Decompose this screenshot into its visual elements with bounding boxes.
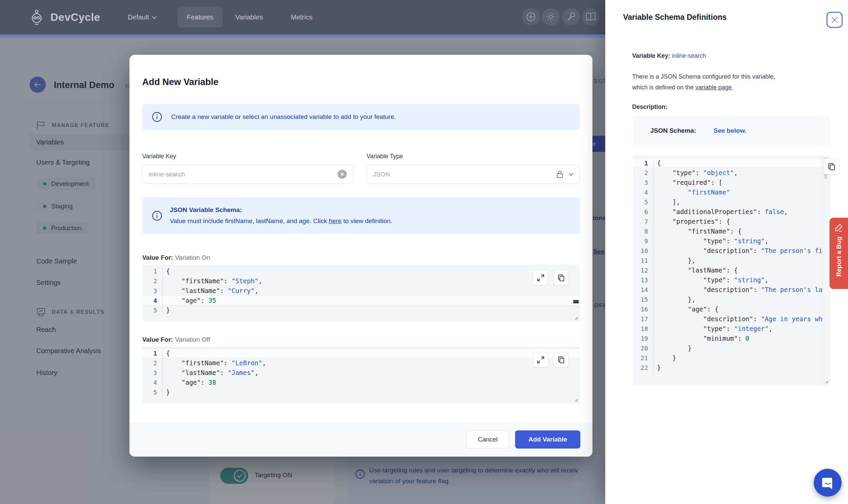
code-line: 1{ xyxy=(633,158,831,168)
schema-banner-body: Value must include firstName, lastName, … xyxy=(170,215,580,227)
code-line: 16 "age": { xyxy=(633,304,831,314)
variable-type-label: Variable Type xyxy=(366,153,403,160)
code-line: 4 "age": 38 xyxy=(142,378,580,388)
report-bug-label: Report a Bug xyxy=(835,236,843,276)
code-line: 6 "additionalProperties": false, xyxy=(633,207,831,217)
pencil-icon xyxy=(834,223,843,232)
resize-handle-icon[interactable] xyxy=(574,316,578,320)
chevron-down-icon xyxy=(568,173,574,176)
code-line: 12 "lastName": { xyxy=(633,266,831,275)
project-selector[interactable]: Default xyxy=(128,0,157,35)
code-line: 2 "firstName": "Steph", xyxy=(142,276,580,286)
code-line: 4 "firstName" xyxy=(633,187,831,197)
cancel-button[interactable]: Cancel xyxy=(466,430,509,449)
devcycle-robot-icon xyxy=(30,9,45,25)
code-line: 2 "type": "object", xyxy=(633,168,831,178)
plus-circle-icon xyxy=(526,12,536,22)
see-below-link[interactable]: See below. xyxy=(713,127,746,134)
schema-banner-title: JSON Variable Schema: xyxy=(170,204,580,215)
code-line: 8 "firstName": { xyxy=(633,227,831,236)
variable-schema-definitions-panel: Variable Schema Definitions Variable Key… xyxy=(605,0,848,504)
api-keys-button[interactable] xyxy=(562,8,580,25)
json-schema-row: JSON Schema: See below. xyxy=(633,116,830,145)
gear-icon xyxy=(546,12,556,22)
devcycle-logo[interactable]: DevCycle xyxy=(30,9,100,25)
panel-title: Variable Schema Definitions xyxy=(623,13,727,22)
lock-icon xyxy=(556,170,564,179)
schema-scrollbar-track[interactable] xyxy=(822,156,823,385)
variation-off-editor[interactable]: 1{2 "firstName": "LeBron",3 "lastName": … xyxy=(142,346,580,403)
chevron-down-icon xyxy=(152,16,157,19)
copy-icon[interactable] xyxy=(553,352,569,367)
code-line: 2 "firstName": "LeBron", xyxy=(142,358,580,368)
key-icon xyxy=(566,12,576,22)
code-line: 18 "type": "integer", xyxy=(633,324,831,334)
copy-icon[interactable] xyxy=(824,159,839,174)
chat-widget-button[interactable] xyxy=(814,469,842,497)
panel-paragraph: There is a JSON Schema configured for th… xyxy=(632,71,820,93)
code-line: 11 }, xyxy=(633,256,831,266)
add-new-variable-modal: Add New Variable Create a new variable o… xyxy=(129,55,592,457)
clear-input-icon[interactable]: ✕ xyxy=(338,170,347,179)
code-line: 14 "description": "The person's la xyxy=(633,285,831,295)
report-a-bug-tab[interactable]: Report a Bug xyxy=(830,218,848,289)
code-line: 4 "age": 35 xyxy=(142,296,580,305)
variable-page-link[interactable]: variable page xyxy=(695,84,732,91)
code-line: 19 "minimum": 0 xyxy=(633,334,831,343)
code-line: 5 ], xyxy=(633,197,831,207)
code-line: 3 "required": [ xyxy=(633,178,831,187)
panel-variable-key: Variable Key: inline-search xyxy=(632,52,706,59)
tab-variables[interactable]: Variables xyxy=(236,0,263,35)
info-circle-icon xyxy=(152,210,162,221)
modal-footer: Cancel Add Variable xyxy=(129,422,592,457)
resize-handle-icon[interactable] xyxy=(574,398,578,402)
code-line: 17 "description": "Age in years wh xyxy=(633,314,831,324)
code-line: 5} xyxy=(142,388,580,397)
code-line: 3 "lastName": "Curry", xyxy=(142,286,580,296)
code-line: 20 } xyxy=(633,343,831,353)
json-schema-label: JSON Schema: xyxy=(650,127,696,134)
modal-title: Add New Variable xyxy=(142,77,219,87)
code-line: 10 "description": "The person's fi xyxy=(633,246,831,256)
book-icon xyxy=(585,12,596,21)
tab-metrics[interactable]: Metrics xyxy=(291,0,312,35)
code-line: 21 } xyxy=(633,353,831,363)
copy-icon[interactable] xyxy=(553,270,569,285)
docs-button[interactable] xyxy=(582,8,600,25)
close-icon xyxy=(831,16,838,23)
code-line: 7 "properties": { xyxy=(633,217,831,227)
settings-button[interactable] xyxy=(542,8,559,25)
brand-name: DevCycle xyxy=(50,11,100,23)
tab-features[interactable]: Features xyxy=(177,7,223,28)
code-line: 9 "type": "string", xyxy=(633,236,831,246)
here-link[interactable]: here xyxy=(329,217,342,224)
close-panel-button[interactable] xyxy=(827,12,843,28)
code-line: 1{ xyxy=(142,348,580,358)
add-variable-button[interactable]: Add Variable xyxy=(515,430,581,449)
expand-editor-button[interactable] xyxy=(533,352,548,367)
value-for-variation-on-label: Value For:Variation On xyxy=(142,254,210,262)
expand-editor-button[interactable] xyxy=(533,270,548,285)
code-line: 1{ xyxy=(142,267,580,276)
code-line: 22} xyxy=(633,363,831,373)
resize-handle-icon[interactable] xyxy=(825,380,829,384)
code-line: 15 }, xyxy=(633,295,831,304)
value-for-variation-off-label: Value For:Variation Off xyxy=(142,336,210,343)
variation-on-editor[interactable]: 1{2 "firstName": "Steph",3 "lastName": "… xyxy=(142,265,580,322)
create-button[interactable] xyxy=(522,8,540,25)
code-line: 5} xyxy=(142,305,580,315)
variable-key-label: Variable Key xyxy=(142,153,176,160)
variable-key-input[interactable]: inline-search ✕ xyxy=(142,165,353,184)
code-line: 3 "lastName": "James", xyxy=(142,368,580,378)
chat-bubble-icon xyxy=(821,476,835,490)
info-circle-icon xyxy=(152,111,162,122)
editor-scrollbar-thumb[interactable] xyxy=(573,300,579,303)
json-schema-banner: JSON Variable Schema: Value must include… xyxy=(142,198,580,234)
schema-code-block[interactable]: 1{2 "type": "object",3 "required": [4 "f… xyxy=(633,156,831,385)
code-line: 13 "type": "string", xyxy=(633,275,831,285)
variable-type-select[interactable]: JSON xyxy=(366,165,580,184)
description-label: Description: xyxy=(632,104,668,110)
create-variable-info-banner: Create a new variable or select an unass… xyxy=(142,104,580,130)
